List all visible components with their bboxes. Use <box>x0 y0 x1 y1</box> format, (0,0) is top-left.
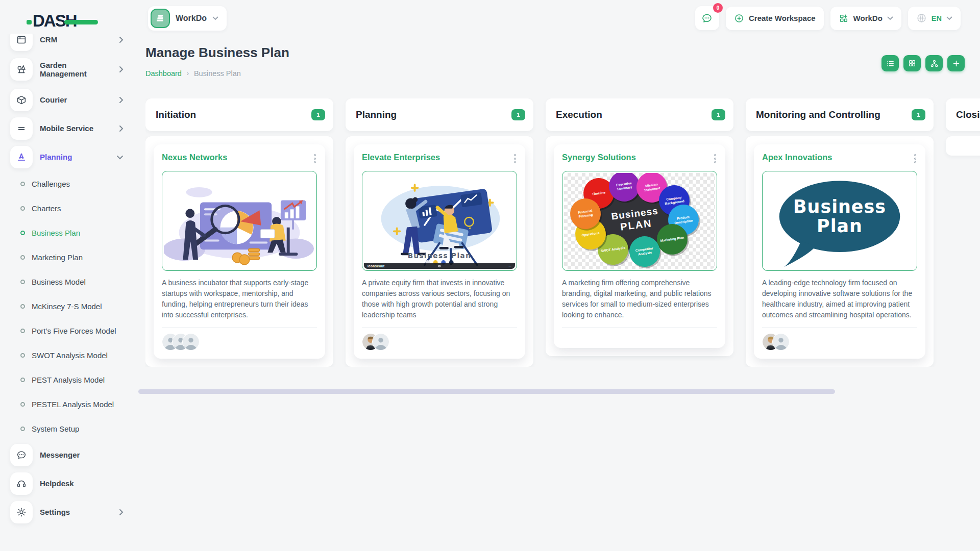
bullet-icon <box>20 231 25 235</box>
column-body <box>946 136 980 156</box>
sidebar-subitem-marketing-plan[interactable]: Marketing Plan <box>20 250 122 264</box>
card-apex-innovations[interactable]: Apex Innovations Business Plan A leading… <box>754 144 925 359</box>
sidebar-subitem-business-plan[interactable]: Business Plan <box>20 226 122 240</box>
bullet-icon <box>20 378 25 382</box>
avatar-placeholder[interactable] <box>772 333 790 350</box>
avatar-placeholder[interactable] <box>182 333 200 350</box>
breadcrumb: Dashboard › Business Plan <box>145 69 241 78</box>
column-planning: Planning 1 Elevate Enterprises <box>346 98 533 367</box>
column-initiation: Initiation 1 Nexus Networks <box>145 98 333 367</box>
bullet-icon <box>20 255 25 260</box>
view-actions <box>881 55 965 71</box>
column-title: Planning <box>356 109 397 120</box>
sidebar-item-mobile-service[interactable]: Mobile Service <box>10 117 124 140</box>
column-execution: Execution 1 Synergy Solutions Business P… <box>546 98 733 356</box>
sidebar-item-messenger[interactable]: Messenger <box>10 444 124 466</box>
column-title: Closing <box>956 109 980 120</box>
bullet-icon <box>20 329 25 333</box>
bullet-icon <box>20 353 25 358</box>
messages-button[interactable]: 0 <box>695 6 719 30</box>
sidebar-subitem-pest[interactable]: PEST Analysis Model <box>20 372 122 387</box>
chat-bubble-icon <box>10 444 33 466</box>
card-description: A leading-edge technology firm focused o… <box>762 278 917 328</box>
sidebar-item-label: Garden Management <box>40 61 97 79</box>
sidebar-item-garden-management[interactable]: Garden Management <box>10 56 124 83</box>
sidebar-item-settings[interactable]: Settings <box>10 501 124 523</box>
sidebar-item-label: Planning <box>40 153 72 161</box>
bullet-icon <box>20 427 25 431</box>
language-selector[interactable]: EN <box>908 7 961 30</box>
chevron-right-icon <box>119 125 124 132</box>
logo-green-dot <box>27 20 32 24</box>
create-workspace-label: Create Workspace <box>749 14 816 22</box>
sidebar-item-courier[interactable]: Courier <box>10 89 124 111</box>
sidebar-subitem-system-setup[interactable]: System Setup <box>20 421 122 436</box>
cone-icon <box>10 146 33 168</box>
workspace-selector[interactable]: WorkDo <box>148 6 227 31</box>
card-assignees <box>362 333 517 350</box>
card-elevate-enterprises[interactable]: Elevate Enterprises <box>354 144 525 359</box>
logo-green-dash <box>64 20 98 24</box>
card-image-speech-bubble: Business Plan <box>762 171 917 271</box>
plus-circle-icon <box>734 13 744 23</box>
sidebar-item-label: Messenger <box>40 450 80 459</box>
page-title: Manage Business Plan <box>145 45 289 61</box>
card-description: A marketing firm offering comprehensive … <box>562 278 717 328</box>
trees-icon <box>10 58 33 81</box>
grid-plus-icon <box>839 13 849 23</box>
breadcrumb-current: Business Plan <box>194 69 241 78</box>
card-menu-button[interactable] <box>313 153 317 165</box>
grid-view-button[interactable] <box>903 55 921 71</box>
workdo-menu-button[interactable]: WorkDo <box>830 7 901 30</box>
column-header: Monitoring and Controlling 1 <box>746 98 934 131</box>
create-workspace-button[interactable]: Create Workspace <box>726 7 824 30</box>
bullet-icon <box>20 402 25 407</box>
add-business-plan-button[interactable] <box>947 55 965 71</box>
card-menu-button[interactable] <box>513 153 517 165</box>
column-body: Elevate Enterprises <box>346 136 533 367</box>
sidebar-subitem-challenges[interactable]: Challenges <box>20 177 122 191</box>
card-menu-button[interactable] <box>713 153 717 165</box>
card-synergy-solutions[interactable]: Synergy Solutions Business PLAN Timeline… <box>554 144 725 348</box>
avatar-placeholder[interactable] <box>372 333 389 350</box>
sidebar-subitem-business-model[interactable]: Business Model <box>20 274 122 289</box>
sidebar-subitem-ports-five-forces[interactable]: Port’s Five Forces Model <box>20 323 122 338</box>
svg-text:Business Plan: Business Plan <box>408 252 472 260</box>
svg-text:Business: Business <box>793 196 886 217</box>
card-title: Apex Innovations <box>762 153 832 162</box>
sidebar-item-label: Settings <box>40 508 70 516</box>
sidebar-item-planning[interactable]: Planning <box>10 146 124 168</box>
sidebar-subitem-mckinsey[interactable]: McKinsey 7-S Model <box>20 299 122 313</box>
card-menu-button[interactable] <box>913 153 917 165</box>
kanban-board: Initiation 1 Nexus Networks <box>145 98 980 367</box>
sidebar-item-label: Mobile Service <box>40 124 93 133</box>
app-window: DASH CRM Garden Management Courier <box>0 0 980 551</box>
hierarchy-view-button[interactable] <box>925 55 943 71</box>
chevron-down-icon <box>212 16 218 20</box>
chevron-right-icon <box>119 66 124 73</box>
chevron-right-icon <box>119 36 124 43</box>
diagram-canvas: Business PLAN Timeline Executive Summary… <box>564 173 715 269</box>
lines-icon <box>10 117 33 140</box>
list-view-button[interactable] <box>881 55 899 71</box>
workspace-name: WorkDo <box>176 14 207 23</box>
sidebar-item-label: Helpdesk <box>40 479 74 488</box>
card-nexus-networks[interactable]: Nexus Networks <box>154 144 325 359</box>
notification-badge: 0 <box>713 3 723 13</box>
sidebar-item-crm[interactable]: CRM <box>10 34 124 51</box>
chevron-right-icon <box>119 509 124 516</box>
column-header: Execution 1 <box>546 98 733 131</box>
bullet-icon <box>20 280 25 284</box>
dash-logo[interactable]: DASH <box>33 10 77 32</box>
card-title: Nexus Networks <box>162 153 227 162</box>
card-assignees <box>762 333 917 350</box>
sidebar-subitem-charters[interactable]: Charters <box>20 201 122 215</box>
globe-icon <box>916 13 927 23</box>
sidebar-subitem-pestel[interactable]: PESTEL Analysis Model <box>20 397 122 411</box>
sidebar-item-helpdesk[interactable]: Helpdesk <box>10 472 124 495</box>
column-header: Initiation 1 <box>145 98 333 131</box>
breadcrumb-dashboard-link[interactable]: Dashboard <box>145 69 182 78</box>
card-image-business-plan-diagram: Business PLAN Timeline Executive Summary… <box>562 171 717 271</box>
sidebar-subitem-swot[interactable]: SWOT Analysis Model <box>20 348 122 362</box>
board-horizontal-scrollbar[interactable] <box>138 389 835 394</box>
